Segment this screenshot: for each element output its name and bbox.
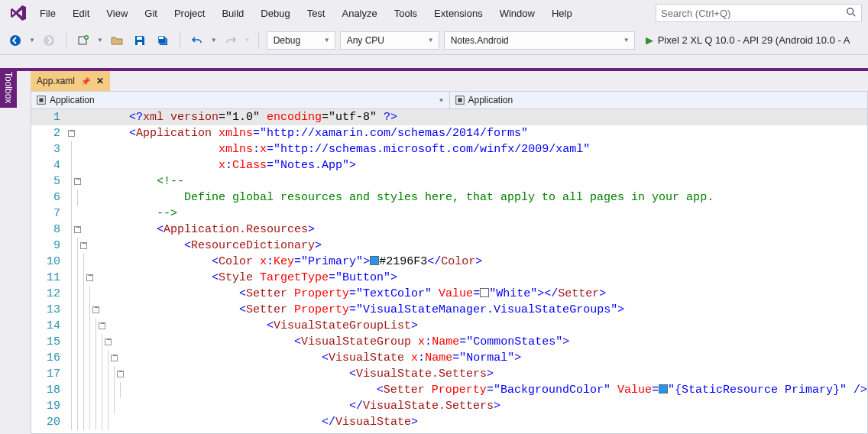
code-line[interactable]: 5 <!-- (31, 173, 867, 189)
code-line[interactable]: 7 --> (31, 206, 867, 222)
fold-gutter[interactable] (68, 173, 129, 189)
menu-edit[interactable]: Edit (65, 3, 97, 24)
code-line[interactable]: 13 <Setter Property="VisualStateManager.… (31, 302, 867, 318)
fold-toggle-icon[interactable] (111, 355, 118, 361)
code-line[interactable]: 2<Application xmlns="http://xamarin.com/… (31, 125, 867, 141)
back-button[interactable] (6, 31, 24, 50)
color-swatch-icon (370, 256, 379, 265)
code-line[interactable]: 11 <Style TargetType="Button"> (31, 270, 867, 286)
fold-gutter[interactable] (68, 109, 129, 125)
new-project-button[interactable] (74, 31, 92, 50)
open-button[interactable] (108, 31, 126, 50)
close-icon[interactable]: ✕ (96, 76, 104, 86)
forward-button[interactable] (40, 31, 58, 50)
menu-build[interactable]: Build (214, 3, 251, 24)
fold-gutter[interactable] (68, 238, 129, 254)
undo-button[interactable] (188, 31, 206, 50)
line-number: 6 (31, 191, 68, 204)
fold-gutter[interactable] (68, 141, 129, 157)
code-line[interactable]: 9 <ResourceDictionary> (31, 238, 867, 254)
line-number: 13 (31, 303, 68, 316)
line-number: 12 (31, 287, 68, 300)
code-line[interactable]: 6 Define global resources and styles her… (31, 189, 867, 206)
code-line[interactable]: 4 x:Class="Notes.App"> (31, 157, 867, 173)
line-number: 18 (31, 384, 68, 397)
menu-bar: FileEditViewGitProjectBuildDebugTestAnal… (0, 0, 868, 26)
svg-rect-12 (458, 98, 462, 102)
menu-debug[interactable]: Debug (253, 3, 297, 24)
fold-toggle-icon[interactable] (74, 226, 81, 233)
fold-gutter[interactable] (68, 366, 129, 382)
fold-gutter[interactable] (68, 382, 129, 398)
code-line[interactable]: 20 </VisualState> (31, 414, 867, 430)
line-number: 9 (31, 239, 68, 252)
fold-gutter[interactable] (68, 414, 129, 430)
fold-gutter[interactable] (68, 222, 129, 238)
fold-gutter[interactable] (68, 318, 129, 334)
fold-toggle-icon[interactable] (92, 306, 99, 313)
startup-project-dropdown[interactable]: Notes.Android▼ (444, 31, 635, 50)
code-line[interactable]: 8 <Application.Resources> (31, 222, 867, 238)
solution-platform-dropdown[interactable]: Any CPU▼ (340, 31, 439, 50)
quick-launch-search[interactable]: Search (Ctrl+Q) (656, 4, 862, 22)
start-debug-button[interactable]: ▶ Pixel 2 XL Q 10.0 - API 29 (Android 10… (640, 34, 857, 46)
play-icon: ▶ (646, 34, 653, 46)
color-swatch-icon (480, 288, 489, 297)
fold-toggle-icon[interactable] (86, 274, 93, 281)
fold-toggle-icon[interactable] (99, 322, 105, 329)
fold-toggle-icon[interactable] (105, 338, 112, 345)
nav-scope-dropdown[interactable]: Application▼ (31, 92, 450, 108)
nav-member-dropdown[interactable]: Application (450, 92, 868, 108)
code-line[interactable]: 12 <Setter Property="TextColor" Value="W… (31, 286, 867, 302)
fold-gutter[interactable] (68, 286, 129, 302)
line-number: 17 (31, 368, 68, 381)
code-line[interactable]: 17 <VisualState.Setters> (31, 366, 867, 382)
menu-tools[interactable]: Tools (387, 3, 425, 24)
line-number: 10 (31, 255, 68, 268)
redo-button[interactable] (222, 31, 240, 50)
menu-project[interactable]: Project (167, 3, 212, 24)
fold-gutter[interactable] (68, 350, 129, 366)
code-line[interactable]: 16 <VisualState x:Name="Normal"> (31, 350, 867, 366)
svg-rect-6 (137, 37, 142, 40)
fold-gutter[interactable] (68, 398, 129, 414)
fold-gutter[interactable] (68, 254, 129, 270)
fold-toggle-icon[interactable] (74, 178, 81, 185)
menu-analyze[interactable]: Analyze (334, 3, 384, 24)
solution-config-dropdown[interactable]: Debug▼ (267, 31, 335, 50)
file-tab-app-xaml[interactable]: App.xaml 📌 ✕ (31, 71, 110, 91)
toolbox-panel-tab[interactable]: Toolbox (0, 68, 17, 108)
fold-gutter[interactable] (68, 125, 129, 141)
menu-help[interactable]: Help (544, 3, 580, 24)
save-button[interactable] (131, 31, 149, 50)
line-number: 7 (31, 207, 68, 220)
svg-rect-10 (39, 98, 43, 102)
code-line[interactable]: 1<?xml version="1.0" encoding="utf-8" ?> (31, 109, 867, 125)
code-line[interactable]: 19 </VisualState.Setters> (31, 398, 867, 414)
fold-toggle-icon[interactable] (117, 371, 124, 377)
code-line[interactable]: 15 <VisualStateGroup x:Name="CommonState… (31, 334, 867, 350)
search-placeholder: Search (Ctrl+Q) (661, 8, 730, 19)
pin-icon[interactable]: 📌 (81, 77, 90, 86)
code-line[interactable]: 18 <Setter Property="BackgroundColor" Va… (31, 382, 867, 398)
code-line[interactable]: 3 xmlns:x="http://schemas.microsoft.com/… (31, 141, 867, 157)
fold-gutter[interactable] (68, 206, 129, 222)
fold-gutter[interactable] (68, 189, 129, 206)
code-line[interactable]: 10 <Color x:Key="Primary">#2196F3</Color… (31, 254, 867, 270)
menu-test[interactable]: Test (300, 3, 333, 24)
menu-extensions[interactable]: Extensions (426, 3, 491, 24)
menu-view[interactable]: View (99, 3, 135, 24)
menu-git[interactable]: Git (137, 3, 165, 24)
document-well: App.xaml 📌 ✕ Application▼ Application 1<… (0, 68, 868, 434)
fold-gutter[interactable] (68, 157, 129, 173)
menu-file[interactable]: File (32, 3, 63, 24)
menu-window[interactable]: Window (492, 3, 542, 24)
code-editor[interactable]: 1<?xml version="1.0" encoding="utf-8" ?>… (31, 109, 868, 434)
fold-toggle-icon[interactable] (80, 242, 87, 249)
code-line[interactable]: 14 <VisualStateGroupList> (31, 318, 867, 334)
fold-gutter[interactable] (68, 334, 129, 350)
save-all-button[interactable] (154, 31, 172, 50)
fold-toggle-icon[interactable] (68, 130, 75, 137)
fold-gutter[interactable] (68, 270, 129, 286)
fold-gutter[interactable] (68, 302, 129, 318)
